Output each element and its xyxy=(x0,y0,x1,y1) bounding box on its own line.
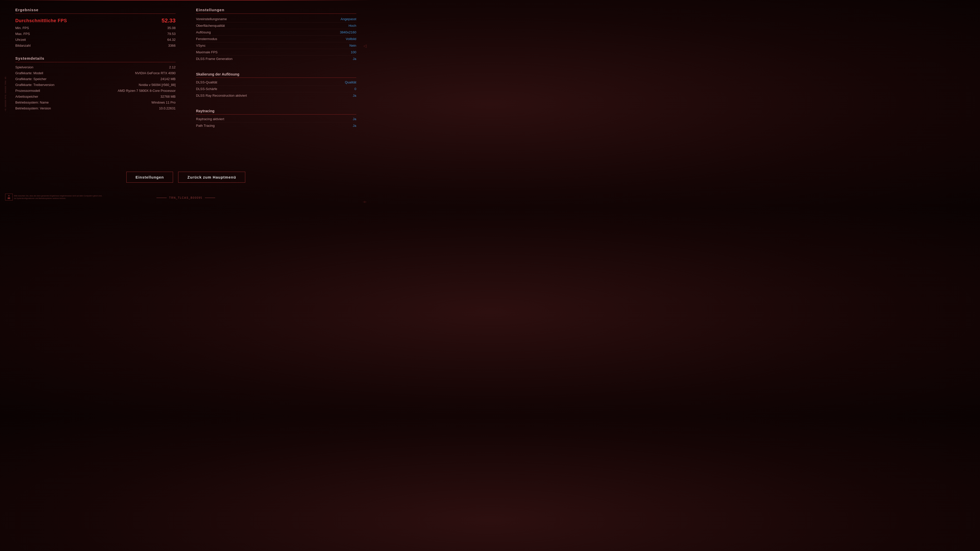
bildanzahl-label: Bildanzahl xyxy=(15,44,30,48)
version-number: 85 xyxy=(8,197,10,200)
settings-button[interactable]: Einstellungen xyxy=(126,171,173,183)
setting-row-3: Fenstermodus Vollbild xyxy=(196,36,356,42)
version-label: V xyxy=(8,195,10,197)
system-row-1: Grafikkarte: Modell NVIDIA GeForce RTX 4… xyxy=(15,70,176,76)
setting-row-5: Maximale FPS 100 xyxy=(196,49,356,56)
back-button[interactable]: Zurück zum Hauptmenü xyxy=(178,171,245,183)
scaling-row-1: DLSS-Schärfe 0 xyxy=(196,86,356,92)
raytracing-header: Raytracing xyxy=(196,106,356,114)
maxfps-value: 79.53 xyxy=(167,32,176,36)
setting-row-6: DLSS Frame Generation Ja xyxy=(196,56,356,62)
setting-row-4: VSync Nein xyxy=(196,42,356,49)
disclaimer-text: Bitte beachten Sie, dass die oben genann… xyxy=(14,195,103,200)
fps-value: 52.33 xyxy=(162,17,176,24)
bottom-right-badge: ◁▷ xyxy=(363,200,366,203)
raytracing-row-1: Path Tracing Ja xyxy=(196,122,356,129)
uhrzeit-value: 64.32 xyxy=(167,38,176,41)
setting-row-2: Auflösung 3840x2160 xyxy=(196,29,356,36)
left-panel: Ergebnisse Durchschnittliche FPS 52.33 M… xyxy=(15,8,186,178)
results-header: Ergebnisse xyxy=(15,8,176,14)
right-side-icon: ◁ xyxy=(363,43,366,48)
minfps-value: 35.08 xyxy=(167,26,176,30)
fps-label: Durchschnittliche FPS xyxy=(15,18,67,24)
minfps-label: Min. FPS xyxy=(15,26,29,30)
footer-line-right xyxy=(205,198,215,198)
version-box: V 85 xyxy=(5,194,13,200)
system-row-4: Prozessormodell AMD Ryzen 7 5800X 8-Core… xyxy=(15,88,176,94)
buttons-container: Einstellungen Zurück zum Hauptmenü xyxy=(0,167,372,188)
scaling-row-2: DLSS Ray Reconstruction aktiviert Ja xyxy=(196,92,356,99)
maxfps-label: Max. FPS xyxy=(15,32,30,36)
raytracing-section: Raytracing Raytracing aktiviert Ja Path … xyxy=(196,106,356,129)
footer-center-text: TRN_TLCAS_B00095 xyxy=(169,197,202,199)
uhrzeit-label: Uhrzeit xyxy=(15,38,26,41)
system-row-2: Grafikkarte: Speicher 24142 MB xyxy=(15,76,176,82)
scaling-header: Skalierung der Auflösung xyxy=(196,70,356,78)
settings-header: Einstellungen xyxy=(196,8,356,14)
top-border xyxy=(0,0,372,0)
system-row-6: Betriebssystem: Name Windows 11 Pro xyxy=(15,100,176,105)
system-header: Systemdetails xyxy=(15,56,176,62)
right-panel: Einstellungen Voreinstellungsname Angepa… xyxy=(186,8,356,178)
system-row-5: Arbeitsspeicher 32768 MB xyxy=(15,94,176,100)
scaling-row-0: DLSS-Qualität Qualität xyxy=(196,79,356,86)
system-row-7: Betriebssystem: Version 10.0.22631 xyxy=(15,105,176,111)
raytracing-row-0: Raytracing aktiviert Ja xyxy=(196,116,356,122)
result-row-minfps: Min. FPS 35.08 xyxy=(15,25,176,31)
result-row-uhrzeit: Uhrzeit 64.32 xyxy=(15,37,176,43)
main-container: Ergebnisse Durchschnittliche FPS 52.33 M… xyxy=(0,0,372,178)
scaling-section: Skalierung der Auflösung DLSS-Qualität Q… xyxy=(196,70,356,99)
bottom-left-badge: V 85 Bitte beachten Sie, dass die oben g… xyxy=(5,194,103,200)
result-row-bildanzahl: Bildanzahl 3366 xyxy=(15,43,176,48)
bildanzahl-value: 3366 xyxy=(168,44,176,48)
footer-line-left xyxy=(156,198,167,198)
system-row-3: Grafikkarte: Treiberversion Nvidia v 560… xyxy=(15,82,176,88)
fps-row: Durchschnittliche FPS 52.33 xyxy=(15,16,176,25)
result-row-maxfps: Max. FPS 79.53 xyxy=(15,31,176,37)
side-text: +5: 000000 FPS: 000000 TRN: 85 xyxy=(5,76,6,111)
system-section: Systemdetails Spielversion 2.12 Grafikka… xyxy=(15,56,176,111)
setting-row-0: Voreinstellungsname Angepasst xyxy=(196,16,356,22)
system-row-0: Spielversion 2.12 xyxy=(15,64,176,70)
settings-section: Einstellungen Voreinstellungsname Angepa… xyxy=(196,8,356,62)
results-section: Ergebnisse Durchschnittliche FPS 52.33 M… xyxy=(15,8,176,48)
setting-row-1: Oberflächenqualität Hoch xyxy=(196,22,356,29)
